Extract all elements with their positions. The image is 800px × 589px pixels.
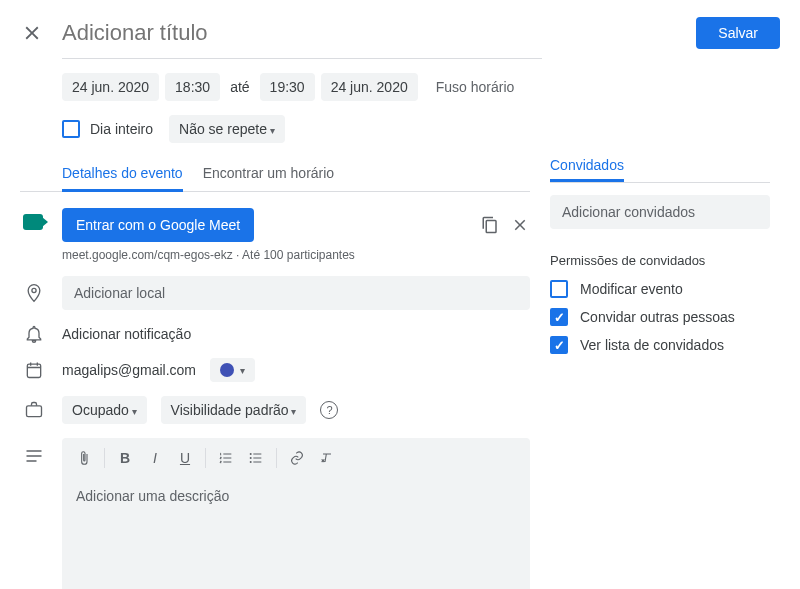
copy-link-icon[interactable] bbox=[480, 215, 500, 235]
attach-icon[interactable] bbox=[70, 444, 98, 472]
svg-rect-0 bbox=[27, 364, 40, 377]
calendar-email: magalips@gmail.com bbox=[62, 362, 196, 378]
start-time-chip[interactable]: 18:30 bbox=[165, 73, 220, 101]
perm-modify-checkbox[interactable] bbox=[550, 280, 568, 298]
meet-icon bbox=[20, 214, 48, 236]
italic-icon[interactable]: I bbox=[141, 444, 169, 472]
close-icon[interactable] bbox=[20, 21, 44, 45]
timezone-link[interactable]: Fuso horário bbox=[432, 73, 519, 101]
tab-event-details[interactable]: Detalhes do evento bbox=[62, 157, 183, 192]
location-icon bbox=[20, 283, 48, 303]
end-date-chip[interactable]: 24 jun. 2020 bbox=[321, 73, 418, 101]
notification-icon bbox=[20, 324, 48, 344]
bullet-list-icon[interactable] bbox=[242, 444, 270, 472]
perm-modify-label: Modificar evento bbox=[580, 281, 683, 297]
perm-seelist-checkbox[interactable] bbox=[550, 336, 568, 354]
event-title-input[interactable] bbox=[62, 16, 678, 50]
help-icon[interactable]: ? bbox=[320, 401, 338, 419]
perm-invite-label: Convidar outras pessoas bbox=[580, 309, 735, 325]
svg-point-3 bbox=[250, 457, 252, 459]
link-icon[interactable] bbox=[283, 444, 311, 472]
description-icon bbox=[20, 446, 48, 466]
description-input[interactable]: Adicionar uma descrição bbox=[62, 478, 530, 588]
tab-guests[interactable]: Convidados bbox=[550, 157, 624, 182]
svg-point-4 bbox=[250, 461, 252, 463]
color-dot-icon bbox=[220, 363, 234, 377]
save-button[interactable]: Salvar bbox=[696, 17, 780, 49]
clear-format-icon[interactable] bbox=[313, 444, 341, 472]
bold-icon[interactable]: B bbox=[111, 444, 139, 472]
description-toolbar: B I U bbox=[62, 438, 530, 478]
location-input[interactable]: Adicionar local bbox=[62, 276, 530, 310]
join-meet-button[interactable]: Entrar com o Google Meet bbox=[62, 208, 254, 242]
briefcase-icon bbox=[20, 400, 48, 420]
to-label: até bbox=[226, 73, 253, 101]
calendar-icon bbox=[20, 360, 48, 380]
perm-invite-checkbox[interactable] bbox=[550, 308, 568, 326]
repeat-dropdown[interactable]: Não se repete bbox=[169, 115, 285, 143]
allday-label: Dia inteiro bbox=[86, 115, 157, 143]
allday-checkbox[interactable] bbox=[62, 120, 80, 138]
svg-point-2 bbox=[250, 453, 252, 455]
visibility-dropdown[interactable]: Visibilidade padrão bbox=[161, 396, 307, 424]
permissions-title: Permissões de convidados bbox=[550, 253, 770, 268]
add-notification-link[interactable]: Adicionar notificação bbox=[62, 326, 191, 342]
start-date-chip[interactable]: 24 jun. 2020 bbox=[62, 73, 159, 101]
busy-dropdown[interactable]: Ocupado bbox=[62, 396, 147, 424]
calendar-color-dropdown[interactable]: ▾ bbox=[210, 358, 255, 382]
underline-icon[interactable]: U bbox=[171, 444, 199, 472]
svg-rect-1 bbox=[27, 406, 42, 417]
numbered-list-icon[interactable] bbox=[212, 444, 240, 472]
remove-meet-icon[interactable] bbox=[510, 215, 530, 235]
tab-find-time[interactable]: Encontrar um horário bbox=[203, 157, 335, 191]
header-divider bbox=[62, 58, 542, 59]
add-guests-input[interactable]: Adicionar convidados bbox=[550, 195, 770, 229]
perm-seelist-label: Ver lista de convidados bbox=[580, 337, 724, 353]
end-time-chip[interactable]: 19:30 bbox=[260, 73, 315, 101]
meet-subtext: meet.google.com/cqm-egos-ekz · Até 100 p… bbox=[62, 248, 530, 262]
